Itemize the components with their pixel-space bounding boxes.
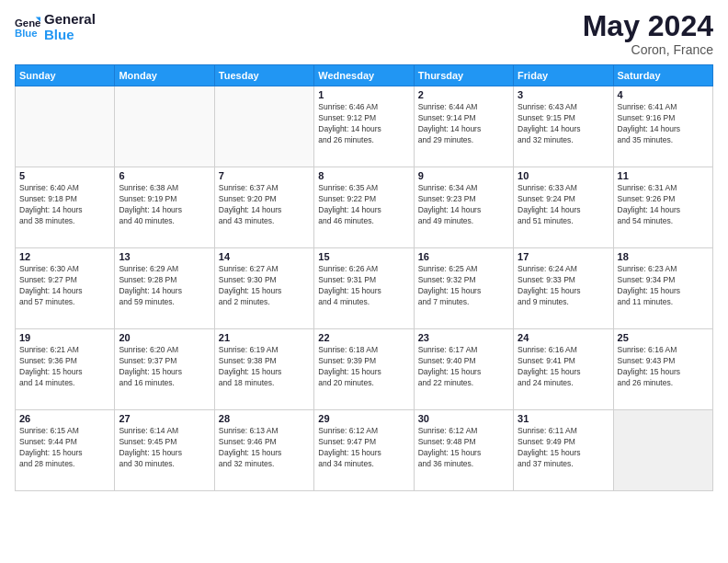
cell-w1-d5: 10Sunrise: 6:33 AMSunset: 9:24 PMDayligh… — [514, 167, 613, 248]
cell-w4-d3: 29Sunrise: 6:12 AMSunset: 9:47 PMDayligh… — [314, 410, 414, 491]
th-friday: Friday — [514, 65, 613, 86]
day-number: 31 — [518, 413, 609, 424]
day-number: 5 — [19, 170, 110, 181]
day-info: Sunrise: 6:27 AMSunset: 9:30 PMDaylight:… — [219, 264, 310, 308]
week-row-4: 19Sunrise: 6:21 AMSunset: 9:36 PMDayligh… — [16, 329, 713, 410]
day-number: 2 — [418, 89, 509, 100]
day-info: Sunrise: 6:46 AMSunset: 9:12 PMDaylight:… — [318, 102, 409, 146]
day-number: 3 — [518, 89, 609, 100]
day-info: Sunrise: 6:44 AMSunset: 9:14 PMDaylight:… — [418, 102, 509, 146]
title-block: May 2024 Coron, France — [583, 11, 713, 57]
day-number: 13 — [119, 251, 210, 262]
day-info: Sunrise: 6:33 AMSunset: 9:24 PMDaylight:… — [518, 183, 609, 227]
day-info: Sunrise: 6:16 AMSunset: 9:43 PMDaylight:… — [618, 345, 709, 389]
day-info: Sunrise: 6:18 AMSunset: 9:39 PMDaylight:… — [318, 345, 409, 389]
day-number: 24 — [518, 332, 609, 343]
day-info: Sunrise: 6:11 AMSunset: 9:49 PMDaylight:… — [518, 426, 609, 470]
header-row: Sunday Monday Tuesday Wednesday Thursday… — [16, 65, 713, 86]
cell-w3-d4: 23Sunrise: 6:17 AMSunset: 9:40 PMDayligh… — [414, 329, 513, 410]
day-info: Sunrise: 6:12 AMSunset: 9:47 PMDaylight:… — [318, 426, 409, 470]
day-number: 18 — [618, 251, 709, 262]
logo: General Blue General Blue — [15, 11, 96, 43]
day-info: Sunrise: 6:37 AMSunset: 9:20 PMDaylight:… — [219, 183, 310, 227]
day-info: Sunrise: 6:25 AMSunset: 9:32 PMDaylight:… — [418, 264, 509, 308]
day-info: Sunrise: 6:13 AMSunset: 9:46 PMDaylight:… — [219, 426, 310, 470]
th-monday: Monday — [115, 65, 214, 86]
day-info: Sunrise: 6:38 AMSunset: 9:19 PMDaylight:… — [119, 183, 210, 227]
cell-w3-d1: 20Sunrise: 6:20 AMSunset: 9:37 PMDayligh… — [115, 329, 214, 410]
cell-w4-d2: 28Sunrise: 6:13 AMSunset: 9:46 PMDayligh… — [214, 410, 313, 491]
day-info: Sunrise: 6:23 AMSunset: 9:34 PMDaylight:… — [618, 264, 709, 308]
day-number: 16 — [418, 251, 509, 262]
day-info: Sunrise: 6:41 AMSunset: 9:16 PMDaylight:… — [618, 102, 709, 146]
day-info: Sunrise: 6:43 AMSunset: 9:15 PMDaylight:… — [518, 102, 609, 146]
day-number: 8 — [318, 170, 409, 181]
day-info: Sunrise: 6:14 AMSunset: 9:45 PMDaylight:… — [119, 426, 210, 470]
cell-w2-d6: 18Sunrise: 6:23 AMSunset: 9:34 PMDayligh… — [613, 248, 712, 329]
th-wednesday: Wednesday — [314, 65, 414, 86]
day-info: Sunrise: 6:24 AMSunset: 9:33 PMDaylight:… — [518, 264, 609, 308]
cell-w4-d0: 26Sunrise: 6:15 AMSunset: 9:44 PMDayligh… — [16, 410, 115, 491]
week-row-5: 26Sunrise: 6:15 AMSunset: 9:44 PMDayligh… — [16, 410, 713, 491]
week-row-1: 1Sunrise: 6:46 AMSunset: 9:12 PMDaylight… — [16, 86, 713, 167]
cell-w2-d2: 14Sunrise: 6:27 AMSunset: 9:30 PMDayligh… — [214, 248, 313, 329]
header: General Blue General Blue May 2024 Coron… — [15, 11, 713, 57]
day-number: 22 — [318, 332, 409, 343]
day-number: 11 — [618, 170, 709, 181]
day-number: 17 — [518, 251, 609, 262]
cell-w2-d4: 16Sunrise: 6:25 AMSunset: 9:32 PMDayligh… — [414, 248, 513, 329]
week-row-2: 5Sunrise: 6:40 AMSunset: 9:18 PMDaylight… — [16, 167, 713, 248]
cell-w4-d4: 30Sunrise: 6:12 AMSunset: 9:48 PMDayligh… — [414, 410, 513, 491]
cell-w0-d1 — [115, 86, 214, 167]
day-number: 12 — [19, 251, 110, 262]
month-title: May 2024 — [583, 11, 713, 40]
day-number: 1 — [318, 89, 409, 100]
cell-w4-d5: 31Sunrise: 6:11 AMSunset: 9:49 PMDayligh… — [514, 410, 613, 491]
cell-w1-d6: 11Sunrise: 6:31 AMSunset: 9:26 PMDayligh… — [613, 167, 712, 248]
svg-text:General: General — [15, 17, 40, 29]
svg-text:Blue: Blue — [15, 29, 38, 40]
cell-w3-d0: 19Sunrise: 6:21 AMSunset: 9:36 PMDayligh… — [16, 329, 115, 410]
cell-w0-d0 — [16, 86, 115, 167]
cell-w1-d0: 5Sunrise: 6:40 AMSunset: 9:18 PMDaylight… — [16, 167, 115, 248]
day-info: Sunrise: 6:17 AMSunset: 9:40 PMDaylight:… — [418, 345, 509, 389]
cell-w2-d3: 15Sunrise: 6:26 AMSunset: 9:31 PMDayligh… — [314, 248, 414, 329]
cell-w1-d3: 8Sunrise: 6:35 AMSunset: 9:22 PMDaylight… — [314, 167, 414, 248]
day-number: 20 — [119, 332, 210, 343]
cell-w4-d6 — [613, 410, 712, 491]
cell-w0-d6: 4Sunrise: 6:41 AMSunset: 9:16 PMDaylight… — [613, 86, 712, 167]
day-number: 29 — [318, 413, 409, 424]
day-number: 14 — [219, 251, 310, 262]
day-info: Sunrise: 6:12 AMSunset: 9:48 PMDaylight:… — [418, 426, 509, 470]
th-thursday: Thursday — [414, 65, 513, 86]
logo-line1: General — [44, 11, 96, 27]
day-number: 21 — [219, 332, 310, 343]
cell-w2-d5: 17Sunrise: 6:24 AMSunset: 9:33 PMDayligh… — [514, 248, 613, 329]
day-number: 9 — [418, 170, 509, 181]
day-number: 26 — [19, 413, 110, 424]
day-number: 7 — [219, 170, 310, 181]
day-info: Sunrise: 6:34 AMSunset: 9:23 PMDaylight:… — [418, 183, 509, 227]
th-saturday: Saturday — [613, 65, 712, 86]
day-info: Sunrise: 6:21 AMSunset: 9:36 PMDaylight:… — [19, 345, 110, 389]
day-number: 6 — [119, 170, 210, 181]
cell-w0-d5: 3Sunrise: 6:43 AMSunset: 9:15 PMDaylight… — [514, 86, 613, 167]
cell-w0-d3: 1Sunrise: 6:46 AMSunset: 9:12 PMDaylight… — [314, 86, 414, 167]
logo-line2: Blue — [44, 27, 96, 42]
week-row-3: 12Sunrise: 6:30 AMSunset: 9:27 PMDayligh… — [16, 248, 713, 329]
day-info: Sunrise: 6:29 AMSunset: 9:28 PMDaylight:… — [119, 264, 210, 308]
th-sunday: Sunday — [16, 65, 115, 86]
cell-w1-d2: 7Sunrise: 6:37 AMSunset: 9:20 PMDaylight… — [214, 167, 313, 248]
page: General Blue General Blue May 2024 Coron… — [0, 0, 728, 563]
day-info: Sunrise: 6:20 AMSunset: 9:37 PMDaylight:… — [119, 345, 210, 389]
day-number: 4 — [618, 89, 709, 100]
logo-icon: General Blue — [15, 14, 40, 40]
day-info: Sunrise: 6:16 AMSunset: 9:41 PMDaylight:… — [518, 345, 609, 389]
day-info: Sunrise: 6:15 AMSunset: 9:44 PMDaylight:… — [19, 426, 110, 470]
cell-w1-d1: 6Sunrise: 6:38 AMSunset: 9:19 PMDaylight… — [115, 167, 214, 248]
cell-w0-d4: 2Sunrise: 6:44 AMSunset: 9:14 PMDaylight… — [414, 86, 513, 167]
day-number: 28 — [219, 413, 310, 424]
day-number: 25 — [618, 332, 709, 343]
cell-w0-d2 — [214, 86, 313, 167]
subtitle: Coron, France — [583, 42, 713, 57]
